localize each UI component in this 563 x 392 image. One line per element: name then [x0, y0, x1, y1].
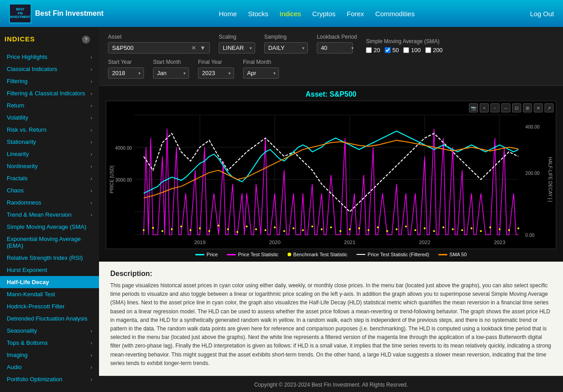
- sidebar-item-label-19: Mann-Kendall Test: [7, 291, 55, 298]
- chart-zoom-in-button[interactable]: +: [480, 103, 489, 112]
- sma-checkboxes: 20 50 100 200: [366, 47, 442, 53]
- nav-commodities[interactable]: Commodities: [375, 10, 415, 18]
- nav-forex[interactable]: Forex: [347, 10, 364, 18]
- legend-price-color: [195, 254, 204, 255]
- sidebar-item-7[interactable]: Stationarity›: [0, 136, 99, 148]
- sidebar-chevron-icon-24: ›: [90, 352, 92, 358]
- sidebar-header: INDICES ?: [0, 31, 99, 51]
- svg-text:2023: 2023: [494, 240, 505, 245]
- sidebar-item-12[interactable]: Randomness›: [0, 196, 99, 209]
- chart-camera-button[interactable]: 📷: [469, 103, 478, 112]
- final-month-select[interactable]: JanFebMarApr MayJunJulAug SepOctNovDec: [243, 67, 279, 79]
- chart-expand-button[interactable]: ↗: [545, 103, 554, 112]
- sidebar-item-6[interactable]: Risk vs. Return›: [0, 124, 99, 136]
- sidebar-item-14[interactable]: Simple Moving Average (SMA): [0, 221, 99, 233]
- sampling-select[interactable]: DAILY WEEKLY MONTHLY: [264, 42, 308, 53]
- sma-20-checkbox[interactable]: [366, 47, 372, 53]
- sidebar-item-label-1: Classical Indicators: [7, 66, 57, 72]
- asset-text-input[interactable]: [112, 45, 188, 51]
- sidebar-chevron-icon-9: ›: [90, 164, 92, 169]
- sidebar-chevron-icon-23: ›: [90, 340, 92, 346]
- sidebar-item-21[interactable]: Detrended Fluctuation Analysis: [0, 312, 99, 325]
- final-year-wrapper: 2018201920202021 202220232024: [198, 67, 234, 79]
- sidebar-item-label-21: Detrended Fluctuation Analysis: [7, 315, 87, 322]
- logo-box: BEST FIN INVESTMENT: [9, 4, 32, 23]
- svg-point-43: [330, 227, 332, 228]
- sidebar-item-11[interactable]: Chaos›: [0, 184, 99, 196]
- sidebar-item-3[interactable]: Filtering & Classical Indicators›: [0, 87, 99, 99]
- chart-close-button[interactable]: ✕: [534, 103, 543, 112]
- svg-point-35: [255, 228, 257, 230]
- chart-legend: Price Price Test Statistic Benchmark Tes…: [106, 252, 556, 257]
- sidebar-item-1[interactable]: Classical Indicators›: [0, 63, 99, 75]
- sidebar-item-label-16: Relative Strength Index (RSI): [7, 254, 83, 261]
- sidebar-item-15[interactable]: Exponential Moving Average (EMA): [0, 233, 99, 252]
- sma-50-checkbox[interactable]: [385, 47, 391, 53]
- sidebar-item-13[interactable]: Trend & Mean Reversion›: [0, 209, 99, 221]
- sidebar-item-22[interactable]: Seasonality›: [0, 325, 99, 337]
- sampling-control: Sampling DAILY WEEKLY MONTHLY: [264, 34, 308, 53]
- svg-point-34: [246, 226, 248, 227]
- svg-point-37: [274, 227, 276, 228]
- scaling-select[interactable]: LINEAR LOG: [219, 42, 255, 53]
- logout-button[interactable]: Log Out: [530, 10, 554, 18]
- sidebar-chevron-icon-3: ›: [90, 91, 92, 96]
- svg-point-28: [189, 229, 191, 231]
- nav-cryptos[interactable]: Cryptos: [312, 10, 336, 18]
- sidebar-item-26[interactable]: Portfolio Optimization›: [0, 373, 99, 385]
- nav-home[interactable]: Home: [219, 10, 237, 18]
- legend-sma50-label: SMA 50: [450, 252, 467, 257]
- sidebar-item-23[interactable]: Tops & Bottoms›: [0, 337, 99, 349]
- sidebar-item-25[interactable]: Audio›: [0, 361, 99, 373]
- sidebar-chevron-icon-7: ›: [90, 139, 92, 145]
- sidebar-help-button[interactable]: ?: [82, 36, 90, 44]
- chart-pan-button[interactable]: ↔: [501, 103, 510, 112]
- svg-text:3000.00: 3000.00: [115, 178, 132, 183]
- nav-stocks[interactable]: Stocks: [248, 10, 268, 18]
- sidebar-item-label-18: Half-Life Decay: [7, 279, 49, 285]
- svg-text:200.00: 200.00: [525, 171, 540, 176]
- sidebar-item-24[interactable]: Imaging›: [0, 349, 99, 361]
- sidebar-item-8[interactable]: Linearity›: [0, 148, 99, 160]
- svg-point-29: [199, 227, 201, 229]
- sidebar-item-9[interactable]: Nonlinearity›: [0, 160, 99, 172]
- start-month-label: Start Month: [153, 59, 189, 65]
- nav-indices[interactable]: Indices: [279, 10, 301, 18]
- asset-dropdown-icon[interactable]: ▼: [200, 45, 206, 51]
- sidebar-item-20[interactable]: Hodrick-Prescott Filter: [0, 300, 99, 312]
- sidebar-item-2[interactable]: Filtering›: [0, 75, 99, 87]
- asset-label: Asset: [108, 34, 210, 40]
- sidebar-item-label-5: Volatility: [7, 114, 28, 121]
- svg-point-41: [311, 226, 313, 227]
- sma-label: Simple Moving Average (SMA): [366, 38, 442, 45]
- svg-point-58: [471, 227, 473, 229]
- legend-price: Price: [195, 252, 218, 257]
- svg-point-59: [480, 230, 482, 232]
- asset-clear-icon[interactable]: ✕: [191, 45, 196, 51]
- svg-point-30: [208, 230, 210, 232]
- chart-zoom-out-button[interactable]: −: [491, 103, 500, 112]
- sma-200-checkbox[interactable]: [425, 47, 431, 53]
- svg-text:2021: 2021: [344, 240, 355, 245]
- svg-point-48: [377, 227, 378, 228]
- start-year-select[interactable]: 2010201120122013 2014201520162017 201820…: [108, 67, 144, 79]
- sidebar-item-10[interactable]: Fractals›: [0, 172, 99, 184]
- sidebar-item-0[interactable]: Price Highlights›: [0, 51, 99, 63]
- sma-100-checkbox[interactable]: [403, 47, 409, 53]
- asset-input-box[interactable]: ✕ ▼: [108, 42, 210, 53]
- start-month-select[interactable]: JanFebMarApr MayJunJulAug SepOctNovDec: [153, 67, 189, 79]
- final-year-select[interactable]: 2018201920202021 202220232024: [198, 67, 234, 79]
- sidebar-item-5[interactable]: Volatility›: [0, 111, 99, 124]
- sidebar-item-4[interactable]: Return›: [0, 99, 99, 111]
- svg-point-55: [442, 227, 444, 228]
- sidebar-item-16[interactable]: Relative Strength Index (RSI): [0, 252, 99, 264]
- sidebar-item-19[interactable]: Mann-Kendall Test: [0, 288, 99, 300]
- sidebar-item-label-4: Return: [7, 102, 24, 109]
- sidebar-item-18[interactable]: Half-Life Decay: [0, 276, 99, 288]
- sidebar-item-17[interactable]: Hurst Exponent: [0, 264, 99, 276]
- chart-reset-button[interactable]: ⊡: [512, 103, 521, 112]
- chart-grid-button[interactable]: ⊞: [523, 103, 532, 112]
- sidebar-chevron-icon-12: ›: [90, 200, 92, 205]
- svg-point-44: [339, 230, 341, 232]
- lookback-select[interactable]: 10203040 506080100: [317, 42, 353, 53]
